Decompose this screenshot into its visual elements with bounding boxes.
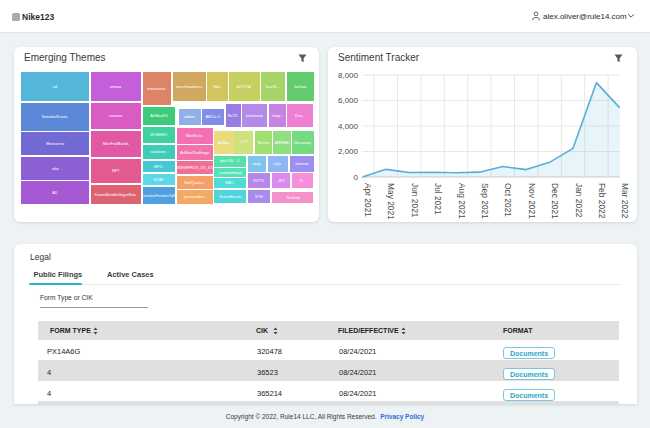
svg-text:Apr 2021: Apr 2021	[363, 183, 373, 217]
svg-text:Feb 2022: Feb 2022	[597, 183, 607, 219]
svg-text:Jun 2021: Jun 2021	[410, 183, 420, 218]
svg-text:8,000: 8,000	[338, 71, 359, 80]
svg-text:May 2021: May 2021	[386, 183, 396, 220]
svg-text:6,000: 6,000	[338, 96, 359, 105]
svg-text:2,000: 2,000	[338, 147, 359, 156]
svg-text:4,000: 4,000	[338, 122, 359, 131]
svg-text:0: 0	[354, 173, 359, 182]
svg-text:Aug 2021: Aug 2021	[457, 183, 467, 219]
svg-text:Mar 2022: Mar 2022	[620, 183, 630, 219]
svg-text:Oct 2021: Oct 2021	[503, 183, 513, 217]
svg-text:Jul 2021: Jul 2021	[433, 183, 443, 215]
svg-text:Sep 2021: Sep 2021	[480, 183, 490, 219]
svg-text:Dec 2021: Dec 2021	[550, 183, 560, 219]
svg-text:Nov 2021: Nov 2021	[527, 183, 537, 219]
svg-text:Jan 2022: Jan 2022	[574, 183, 584, 218]
